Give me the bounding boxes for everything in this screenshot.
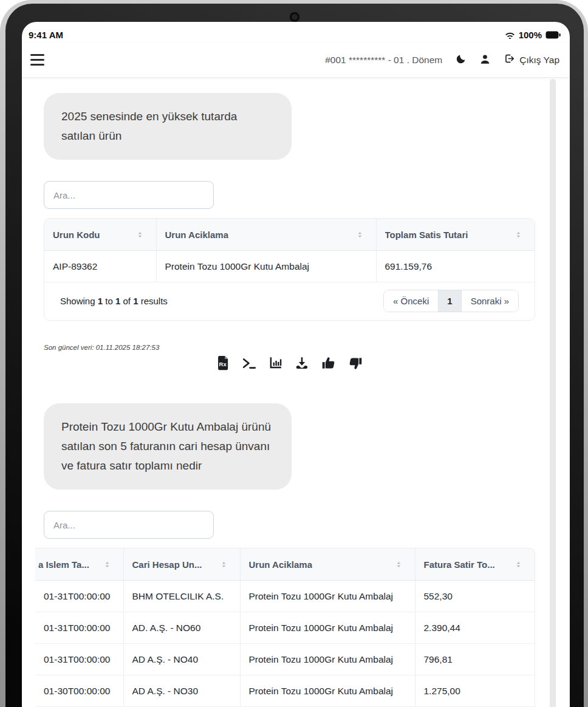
sort-icon: [220, 561, 228, 569]
col-header-urun-aciklama[interactable]: Urun Aciklama: [156, 219, 376, 251]
search-input[interactable]: [44, 511, 214, 539]
status-bar: 9:41 AM 100%: [22, 22, 570, 43]
thumbs-down-icon: [347, 355, 363, 373]
pagination-page-1[interactable]: 1: [438, 290, 460, 312]
cell-cari-hesap: AD A.Ş. - NO40: [123, 644, 240, 675]
table-row: 01-31T00:00:00 AD A.Ş. - NO40 Protein To…: [35, 644, 535, 675]
cell-urun-aciklama: Protein Tozu 1000Gr Kutu Ambalaj: [156, 251, 376, 282]
col-header-islem-tarihi[interactable]: a Islem Ta...: [35, 548, 123, 581]
col-header-urun-aciklama[interactable]: Urun Aciklama: [240, 548, 415, 581]
sort-icon: [514, 561, 522, 569]
svg-text:Rx: Rx: [219, 361, 227, 367]
search-input[interactable]: [44, 181, 214, 209]
invoice-table-card: a Islem Ta... Cari Hesap Un...: [35, 548, 535, 707]
clock: 9:41 AM: [29, 30, 63, 40]
col-header-fatura-satir[interactable]: Fatura Satir To...: [415, 548, 535, 581]
cell-fatura-satir: 1.275,00: [415, 675, 535, 707]
cell-fatura-satir: 2.390,44: [415, 612, 535, 644]
user-message-bubble: 2025 senesinde en yüksek tutarda satılan…: [44, 93, 292, 160]
menu-button[interactable]: [29, 52, 46, 68]
invoice-table: a Islem Ta... Cari Hesap Un...: [35, 548, 535, 707]
profile-button[interactable]: [479, 53, 491, 67]
results-summary: Showing 1 to 1 of 1 results: [60, 296, 168, 306]
cell-islem-tarihi: 01-31T00:00:00: [35, 612, 123, 644]
table-header-row: a Islem Ta... Cari Hesap Un...: [35, 548, 535, 581]
sort-icon: [136, 231, 144, 239]
script-file-icon: Rx: [216, 355, 230, 373]
front-camera: [290, 12, 299, 22]
cell-islem-tarihi: 01-31T00:00:00: [35, 581, 123, 612]
pagination: « Önceki 1 Sonraki »: [383, 290, 519, 312]
terminal-button[interactable]: [240, 354, 258, 374]
wifi-icon: [505, 31, 515, 39]
battery-percent: 100%: [519, 30, 542, 40]
table-row: AIP-89362 Protein Tozu 1000Gr Kutu Ambal…: [44, 251, 535, 282]
cell-urun-aciklama: Protein Tozu 1000Gr Kutu Ambalaj: [240, 675, 415, 707]
cell-urun-aciklama: Protein Tozu 1000Gr Kutu Ambalaj: [240, 644, 415, 675]
cell-urun-aciklama: Protein Tozu 1000Gr Kutu Ambalaj: [240, 581, 415, 612]
cell-fatura-satir: 552,30: [415, 581, 535, 612]
last-update-note: Son güncel veri: 01.11.2025 18:27:53: [44, 344, 535, 351]
cell-cari-hesap: AD. A.Ş. - NO60: [123, 612, 240, 644]
table-row: 01-31T00:00:00 AD. A.Ş. - NO60 Protein T…: [35, 612, 535, 644]
cell-toplam-satis: 691.159,76: [376, 251, 535, 282]
table-row: 01-30T00:00:00 AD A.Ş. - NO30 Protein To…: [35, 675, 535, 707]
message-actions: Rx: [44, 354, 535, 374]
chart-button[interactable]: [267, 354, 284, 374]
col-header-cari-hesap[interactable]: Cari Hesap Un...: [123, 548, 240, 581]
result-table: Urun Kodu Urun Aciklama: [44, 219, 535, 282]
table-row: 01-31T00:00:00 BHM OTELCILIK A.S. Protei…: [35, 581, 535, 612]
cell-cari-hesap: BHM OTELCILIK A.S.: [123, 581, 240, 612]
dark-mode-button[interactable]: [455, 53, 467, 67]
user-message-bubble: Protein Tozu 1000Gr Kutu Ambalaj ürünü s…: [44, 403, 292, 490]
table-header-row: Urun Kodu Urun Aciklama: [44, 219, 535, 251]
table-footer: Showing 1 to 1 of 1 results « Önceki 1 S…: [44, 282, 535, 320]
chat-content: 2025 senesinde en yüksek tutarda satılan…: [22, 78, 570, 707]
cell-islem-tarihi: 01-31T00:00:00: [35, 644, 123, 675]
app-header: #001 ********** - 01 . Dönem: [22, 43, 570, 78]
col-header-toplam-satis[interactable]: Toplam Satis Tutari: [376, 219, 535, 251]
cell-urun-aciklama: Protein Tozu 1000Gr Kutu Ambalaj: [240, 612, 415, 644]
page-scrollbar[interactable]: [550, 79, 556, 707]
logout-label: Çıkış Yap: [519, 55, 559, 66]
bar-chart-icon: [268, 355, 283, 373]
screen: 9:41 AM 100%: [22, 22, 570, 707]
script-button[interactable]: Rx: [215, 354, 231, 374]
pagination-next-button[interactable]: Sonraki »: [461, 290, 518, 312]
cell-islem-tarihi: 01-30T00:00:00: [35, 675, 123, 707]
download-icon: [294, 355, 310, 373]
menu-icon: [30, 54, 44, 56]
sort-icon: [514, 231, 522, 239]
user-icon: [479, 53, 491, 67]
logout-button[interactable]: Çıkış Yap: [504, 53, 559, 67]
sort-icon: [395, 561, 403, 569]
session-label: #001 ********** - 01 . Dönem: [325, 55, 442, 66]
thumbs-up-button[interactable]: [320, 354, 338, 374]
thumbs-down-button[interactable]: [346, 354, 364, 374]
cell-fatura-satir: 796,81: [415, 644, 535, 675]
tablet-device: 9:41 AM 100%: [0, 0, 588, 707]
sort-icon: [103, 561, 111, 569]
result-table-card: Urun Kodu Urun Aciklama: [44, 218, 535, 321]
battery-icon: [545, 31, 561, 39]
logout-icon: [504, 53, 515, 67]
cell-urun-kodu: AIP-89362: [44, 251, 156, 282]
moon-icon: [455, 53, 467, 67]
terminal-icon: [241, 355, 257, 373]
thumbs-up-icon: [321, 355, 337, 373]
download-button[interactable]: [293, 354, 311, 374]
col-header-urun-kodu[interactable]: Urun Kodu: [44, 219, 156, 251]
cell-cari-hesap: AD A.Ş. - NO30: [123, 675, 240, 707]
sort-icon: [356, 231, 364, 239]
pagination-prev-button[interactable]: « Önceki: [384, 290, 438, 312]
